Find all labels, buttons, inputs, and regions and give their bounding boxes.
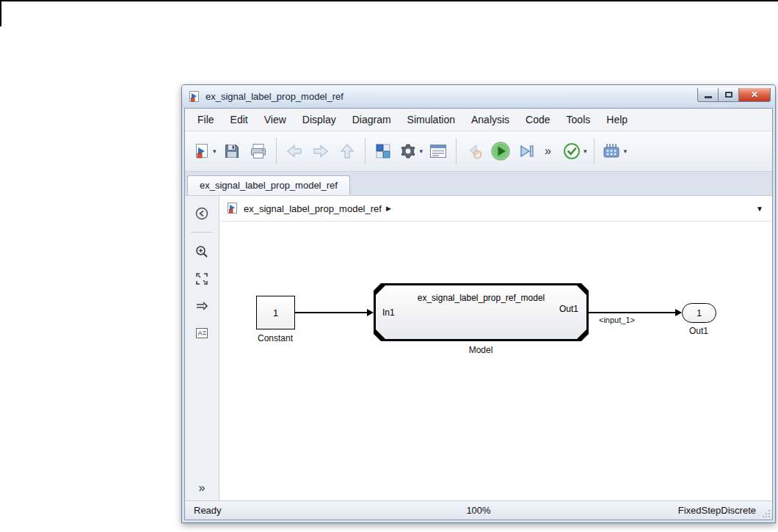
breadcrumb: ex_signal_label_prop_model_ref ▶ ▼: [219, 196, 772, 222]
resize-grip[interactable]: [762, 509, 771, 518]
svg-text:A: A: [198, 329, 203, 337]
model-canvas[interactable]: 1 Constant ex_signal_label_prop_ref_mode…: [219, 222, 772, 500]
hide-browser-icon: [194, 206, 209, 221]
annotation-button[interactable]: A: [191, 323, 213, 343]
breadcrumb-dropdown-icon[interactable]: ▼: [756, 205, 763, 213]
run-button[interactable]: [487, 136, 514, 167]
menu-help[interactable]: Help: [598, 111, 636, 128]
toolbar-overflow-button[interactable]: »: [540, 145, 556, 158]
signal-routing-button[interactable]: [191, 296, 213, 316]
close-button[interactable]: ✕: [739, 88, 771, 102]
signal-routing-icon: [194, 299, 209, 313]
menu-diagram[interactable]: Diagram: [344, 111, 399, 128]
up-arrow-icon: [338, 142, 356, 160]
palette-separator: [191, 232, 213, 233]
maximize-icon: [725, 92, 732, 98]
model-outport-label: Out1: [559, 304, 578, 314]
annotation-icon: A: [194, 326, 209, 340]
menu-code[interactable]: Code: [517, 111, 558, 128]
new-model-icon: [193, 142, 211, 160]
print-button[interactable]: [245, 136, 272, 167]
palette-overflow-button[interactable]: »: [185, 481, 219, 495]
step-forward-button[interactable]: [514, 136, 540, 167]
minimize-button[interactable]: [697, 88, 719, 102]
menu-file[interactable]: File: [189, 111, 222, 128]
forward-arrow-icon: [311, 142, 330, 160]
zoom-level: 100%: [466, 505, 490, 516]
deploy-button[interactable]: ▾: [599, 136, 630, 167]
breadcrumb-model-name[interactable]: ex_signal_label_prop_model_ref: [244, 203, 382, 214]
maximize-button[interactable]: [719, 88, 739, 102]
new-model-dropdown-caret: ▾: [213, 147, 217, 155]
save-icon: [223, 142, 241, 160]
zoom-button[interactable]: [191, 241, 213, 262]
model-settings-button[interactable]: ▾: [396, 136, 426, 167]
content-area: A »: [185, 196, 772, 500]
model-tab[interactable]: ex_signal_label_prop_model_ref: [187, 175, 350, 195]
menu-edit[interactable]: Edit: [222, 111, 256, 128]
model-reference-block-face: ex_signal_label_prop_ref_model In1 Out1: [376, 285, 586, 339]
menu-display[interactable]: Display: [294, 111, 344, 128]
back-arrow-icon: [285, 142, 304, 160]
navigate-up-button[interactable]: [334, 136, 360, 167]
hide-browser-button[interactable]: [191, 203, 213, 224]
menubar: File Edit View Display Diagram Simulatio…: [185, 109, 772, 131]
fit-to-view-button[interactable]: [191, 269, 213, 289]
new-model-button[interactable]: ▾: [191, 136, 219, 167]
model-settings-dropdown-caret: ▾: [420, 147, 423, 155]
toolbar-separator: [456, 138, 457, 164]
page: ex_signal_label_prop_model_ref ✕ File Ed…: [0, 0, 778, 532]
window-title: ex_signal_label_prop_model_ref: [206, 91, 343, 102]
solver-name: FixedStepDiscrete: [678, 505, 768, 516]
save-button[interactable]: [219, 136, 245, 167]
menu-analysis[interactable]: Analysis: [463, 111, 517, 128]
toolbar: ▾: [185, 131, 772, 172]
check-code-dropdown-caret: ▾: [584, 147, 587, 155]
menu-tools[interactable]: Tools: [559, 111, 599, 128]
library-browser-icon: [374, 142, 392, 160]
simulink-model-icon: [189, 91, 200, 103]
breadcrumb-model-icon: [227, 203, 239, 214]
window-client-area: File Edit View Display Diagram Simulatio…: [184, 108, 773, 520]
gear-icon: [399, 142, 418, 161]
constant-block[interactable]: 1: [256, 296, 295, 329]
signal-wire[interactable]: [589, 312, 677, 313]
print-icon: [249, 142, 268, 160]
constant-value: 1: [273, 307, 278, 318]
model-explorer-button[interactable]: [425, 136, 451, 167]
titlebar[interactable]: ex_signal_label_prop_model_ref ✕: [182, 85, 775, 108]
page-top-border: [0, 0, 778, 1]
step-back-icon: [465, 142, 484, 161]
minimize-icon: [705, 96, 712, 98]
referenced-model-name: ex_signal_label_prop_ref_model: [376, 293, 586, 303]
menu-view[interactable]: View: [256, 111, 294, 128]
deploy-icon: [601, 142, 622, 161]
outport-block[interactable]: 1: [682, 303, 716, 323]
check-code-button[interactable]: ▾: [560, 136, 589, 167]
navigate-forward-button[interactable]: [308, 136, 334, 167]
step-forward-icon: [517, 142, 537, 161]
navigate-back-button[interactable]: [281, 136, 308, 167]
status-text: Ready: [194, 505, 222, 516]
page-corner-mark: [0, 0, 1, 26]
tool-palette: A »: [185, 196, 219, 500]
constant-block-label[interactable]: Constant: [258, 333, 293, 343]
signal-wire[interactable]: [295, 312, 368, 313]
outport-block-label[interactable]: Out1: [689, 326, 708, 336]
library-browser-button[interactable]: [370, 136, 396, 167]
menu-simulation[interactable]: Simulation: [399, 111, 463, 128]
model-explorer-icon: [429, 142, 448, 160]
breadcrumb-chevron-icon[interactable]: ▶: [386, 205, 391, 212]
run-icon: [490, 140, 512, 162]
signal-name-label[interactable]: <input_1>: [599, 316, 635, 324]
model-block-label[interactable]: Model: [469, 345, 493, 355]
step-back-button[interactable]: [461, 136, 487, 167]
model-inport-label: In1: [382, 307, 395, 318]
model-reference-block[interactable]: ex_signal_label_prop_ref_model In1 Out1: [374, 283, 589, 341]
close-icon: ✕: [751, 90, 758, 100]
window-controls: ✕: [697, 88, 771, 102]
model-tab-label: ex_signal_label_prop_model_ref: [200, 180, 338, 191]
toolbar-separator: [365, 138, 366, 164]
statusbar: Ready 100% FixedStepDiscrete: [185, 500, 772, 520]
fit-to-view-icon: [194, 272, 209, 286]
